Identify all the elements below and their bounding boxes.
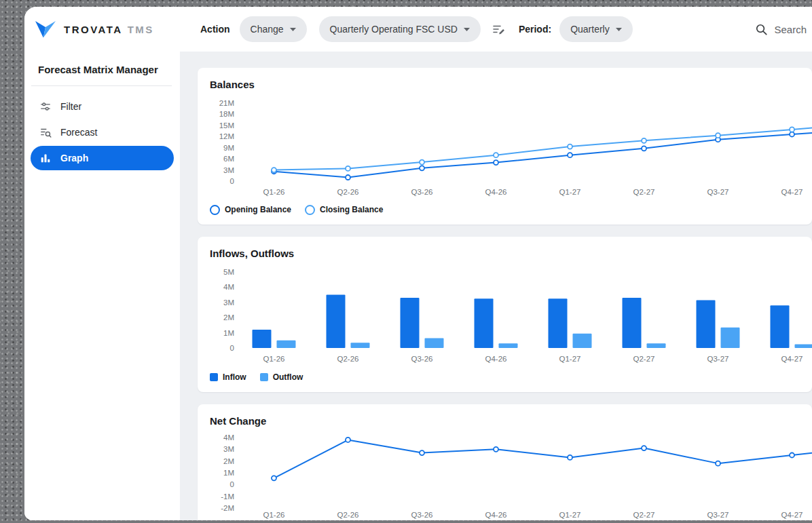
legend-label: Inflow <box>223 372 246 382</box>
svg-text:Q3-26: Q3-26 <box>411 188 433 196</box>
legend-label: Opening Balance <box>225 205 291 214</box>
svg-text:Q1-27: Q1-27 <box>559 355 581 363</box>
brand-name: TROVATA <box>64 24 123 35</box>
sidebar: Forecast Matrix Manager Filter <box>24 52 180 520</box>
period-dropdown-value: Quarterly <box>570 24 610 35</box>
svg-text:4M: 4M <box>223 283 234 291</box>
svg-text:9M: 9M <box>223 144 234 152</box>
period-label: Period: <box>519 24 551 35</box>
card-title-inflows-outflows: Inflows, Outflows <box>210 246 812 260</box>
svg-text:0: 0 <box>230 344 234 352</box>
inflows-outflows-legend: Inflow Outflow <box>210 369 812 385</box>
balances-line-chart: 21M18M15M12M9M6M3M0Q1-26Q2-26Q3-26Q4-26Q… <box>210 96 812 199</box>
inflows-outflows-bar-chart: 5M4M3M2M1M0Q1-26Q2-26Q3-26Q4-26Q1-27Q2-2… <box>210 265 812 366</box>
legend-item-outflow[interactable]: Outflow <box>260 372 303 382</box>
legend-item-inflow[interactable]: Inflow <box>210 372 246 382</box>
svg-text:6M: 6M <box>223 155 234 163</box>
svg-text:Q1-27: Q1-27 <box>559 188 581 196</box>
chevron-down-icon <box>290 28 296 31</box>
brand-suffix: TMS <box>128 24 154 35</box>
balances-card: Balances 21M18M15M12M9M6M3M0Q1-26Q2-26Q3… <box>198 68 812 225</box>
svg-text:Q2-27: Q2-27 <box>633 511 655 519</box>
svg-text:Q1-26: Q1-26 <box>263 188 285 196</box>
svg-text:Q4-26: Q4-26 <box>485 188 507 196</box>
svg-text:3M: 3M <box>223 298 234 307</box>
balances-legend: Opening Balance Closing Balance <box>210 201 812 218</box>
edit-list-icon <box>492 22 505 36</box>
svg-text:18M: 18M <box>219 110 234 118</box>
sidebar-divider <box>31 85 172 86</box>
bar-chart-icon <box>39 152 52 164</box>
svg-text:Q4-27: Q4-27 <box>781 188 803 196</box>
search-button[interactable]: Search <box>755 23 808 36</box>
svg-text:Q4-27: Q4-27 <box>781 511 803 519</box>
svg-text:3M: 3M <box>223 445 234 453</box>
sidebar-item-label: Filter <box>60 101 81 112</box>
svg-text:Q3-27: Q3-27 <box>707 355 729 363</box>
svg-text:1M: 1M <box>223 469 234 477</box>
svg-text:Q2-27: Q2-27 <box>633 355 655 363</box>
svg-text:Q3-26: Q3-26 <box>411 511 433 519</box>
svg-text:15M: 15M <box>219 121 234 130</box>
edit-scenario-button[interactable] <box>489 20 508 39</box>
app-window: TROVATA TMS Action Change Quarterly Oper… <box>24 7 812 520</box>
svg-text:Q3-27: Q3-27 <box>707 188 729 196</box>
svg-text:Q2-26: Q2-26 <box>337 188 359 196</box>
net-change-line-chart: 4M3M2M1M0-1M-2MQ1-26Q2-26Q3-26Q4-26Q1-27… <box>210 432 812 520</box>
svg-text:-1M: -1M <box>221 492 234 501</box>
svg-text:Q4-26: Q4-26 <box>485 511 507 519</box>
svg-text:Q2-27: Q2-27 <box>633 188 655 196</box>
search-label: Search <box>774 24 807 35</box>
body-row: Forecast Matrix Manager Filter <box>24 52 812 520</box>
sidebar-item-forecast[interactable]: Forecast <box>31 120 174 144</box>
scenario-dropdown[interactable]: Quarterly Operating FSC USD <box>319 16 481 42</box>
svg-text:Q2-26: Q2-26 <box>337 511 359 519</box>
action-label: Action <box>200 24 230 35</box>
brand[interactable]: TROVATA TMS <box>34 19 180 39</box>
sidebar-nav: Filter Forecast <box>24 90 180 170</box>
svg-text:5M: 5M <box>223 268 234 276</box>
sidebar-item-filter[interactable]: Filter <box>31 94 174 119</box>
svg-text:2M: 2M <box>223 457 234 465</box>
svg-text:Q2-26: Q2-26 <box>337 355 359 363</box>
forecast-search-icon <box>39 126 52 138</box>
svg-text:12M: 12M <box>219 132 234 140</box>
svg-text:21M: 21M <box>219 99 234 107</box>
sidebar-item-label: Graph <box>60 153 88 163</box>
change-dropdown[interactable]: Change <box>240 16 307 42</box>
legend-square-marker <box>210 373 218 381</box>
sidebar-item-graph[interactable]: Graph <box>31 146 174 170</box>
legend-item-opening-balance[interactable]: Opening Balance <box>210 205 291 215</box>
scenario-dropdown-value: Quarterly Operating FSC USD <box>330 24 458 35</box>
sidebar-item-label: Forecast <box>60 127 97 138</box>
app-header: TROVATA TMS Action Change Quarterly Oper… <box>24 7 812 52</box>
trovata-logo-icon <box>34 19 57 39</box>
svg-text:Q1-26: Q1-26 <box>263 511 285 519</box>
card-title-net-change: Net Change <box>210 414 812 428</box>
legend-circle-marker <box>210 205 220 215</box>
svg-text:1M: 1M <box>223 329 234 337</box>
change-dropdown-value: Change <box>251 24 284 35</box>
legend-item-closing-balance[interactable]: Closing Balance <box>305 205 383 215</box>
period-dropdown[interactable]: Quarterly <box>559 16 633 42</box>
legend-square-marker <box>260 373 268 381</box>
svg-text:Q3-26: Q3-26 <box>411 355 433 363</box>
card-title-balances: Balances <box>210 77 812 92</box>
chevron-down-icon <box>616 28 622 31</box>
svg-text:Q1-27: Q1-27 <box>559 511 581 519</box>
chevron-down-icon <box>464 28 470 31</box>
legend-label: Outflow <box>273 372 303 382</box>
svg-text:2M: 2M <box>223 313 234 322</box>
net-change-card: Net Change 4M3M2M1M0-1M-2MQ1-26Q2-26Q3-2… <box>198 404 812 520</box>
svg-text:Q4-27: Q4-27 <box>781 355 803 363</box>
main-content: Balances 21M18M15M12M9M6M3M0Q1-26Q2-26Q3… <box>180 52 812 520</box>
svg-text:3M: 3M <box>223 166 234 174</box>
svg-text:4M: 4M <box>223 433 234 442</box>
svg-text:Q1-26: Q1-26 <box>263 355 285 363</box>
svg-text:Q4-26: Q4-26 <box>485 355 507 363</box>
inflows-outflows-card: Inflows, Outflows 5M4M3M2M1M0Q1-26Q2-26Q… <box>198 237 812 392</box>
svg-text:Q3-27: Q3-27 <box>707 511 729 519</box>
sidebar-title: Forecast Matrix Manager <box>24 62 180 77</box>
legend-label: Closing Balance <box>320 205 383 214</box>
svg-text:-2M: -2M <box>221 504 234 512</box>
